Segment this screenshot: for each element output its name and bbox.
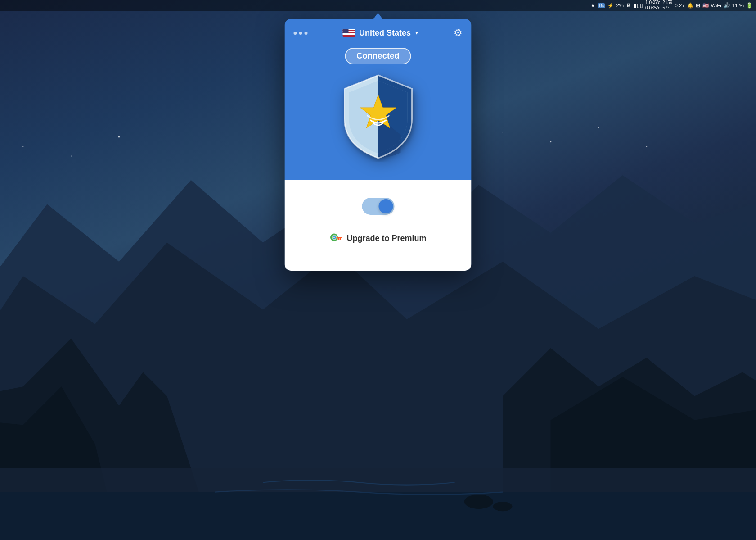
menubar-temp: 215957° bbox=[662, 0, 672, 11]
chevron-down-icon: ▾ bbox=[415, 30, 418, 36]
svg-point-4 bbox=[550, 141, 551, 142]
header-dots[interactable] bbox=[294, 32, 308, 35]
svg-point-6 bbox=[646, 146, 648, 147]
upgrade-label: Upgrade to Premium bbox=[346, 234, 426, 243]
svg-point-10 bbox=[464, 495, 493, 509]
menubar-star[interactable]: ★ bbox=[590, 2, 595, 9]
svg-point-21 bbox=[333, 237, 334, 238]
upgrade-button[interactable]: Upgrade to Premium bbox=[322, 228, 433, 248]
menubar-time: 0:27 bbox=[675, 3, 684, 8]
settings-button[interactable]: ⚙ bbox=[454, 27, 463, 39]
menubar-network-speed: 1.0К5/с0.0К5/с bbox=[645, 0, 660, 11]
us-flag-icon bbox=[343, 29, 356, 37]
menubar-vk[interactable]: Вк bbox=[598, 3, 605, 8]
location-selector[interactable]: United States ▾ bbox=[343, 28, 418, 38]
svg-point-7 bbox=[71, 155, 72, 156]
menubar-usb[interactable]: ⚡ bbox=[608, 2, 614, 9]
svg-rect-18 bbox=[339, 238, 341, 240]
menubar-volume[interactable]: 🔊 bbox=[724, 2, 730, 9]
vpn-popup: United States ▾ ⚙ Connected bbox=[285, 19, 472, 271]
svg-point-9 bbox=[22, 146, 23, 147]
svg-rect-17 bbox=[336, 237, 342, 238]
toggle-thumb bbox=[378, 199, 393, 213]
svg-rect-19 bbox=[338, 238, 339, 240]
vpn-toggle[interactable] bbox=[362, 198, 394, 215]
key-icon bbox=[329, 232, 342, 245]
dot-2 bbox=[299, 32, 302, 35]
menubar-display[interactable]: 🖥 bbox=[626, 3, 631, 8]
popup-white-section: Upgrade to Premium bbox=[285, 180, 472, 271]
svg-point-5 bbox=[598, 127, 599, 127]
menubar-right-items: ★ Вк ⚡ 2% 🖥 ▮▯▯ 1.0К5/с0.0К5/с 215957° 0… bbox=[590, 0, 752, 11]
menubar-flag[interactable]: 🇺🇸 bbox=[702, 2, 709, 9]
shield-logo bbox=[338, 72, 418, 162]
svg-point-8 bbox=[118, 136, 120, 137]
popup-blue-section: Connected bbox=[285, 39, 472, 180]
dot-1 bbox=[294, 32, 297, 35]
menubar-battery-pct: 11 % bbox=[732, 3, 744, 8]
svg-point-11 bbox=[493, 502, 513, 511]
menubar-battery-icon: 🔋 bbox=[746, 2, 752, 9]
menubar-battery-percent: 2% bbox=[616, 3, 624, 8]
menubar: ★ Вк ⚡ 2% 🖥 ▮▯▯ 1.0К5/с0.0К5/с 215957° 0… bbox=[0, 0, 756, 11]
menubar-notification[interactable]: 🔔 bbox=[687, 2, 693, 9]
menubar-wifi[interactable]: WiFi bbox=[711, 3, 721, 8]
menubar-grid[interactable]: ⊞ bbox=[696, 2, 700, 9]
popup-arrow bbox=[374, 13, 382, 19]
location-text: United States bbox=[359, 28, 411, 38]
menubar-battery1: ▮▯▯ bbox=[634, 2, 643, 9]
connected-badge: Connected bbox=[345, 48, 411, 64]
popup-header: United States ▾ ⚙ bbox=[285, 19, 472, 39]
svg-point-3 bbox=[502, 132, 503, 132]
dot-3 bbox=[305, 32, 308, 35]
